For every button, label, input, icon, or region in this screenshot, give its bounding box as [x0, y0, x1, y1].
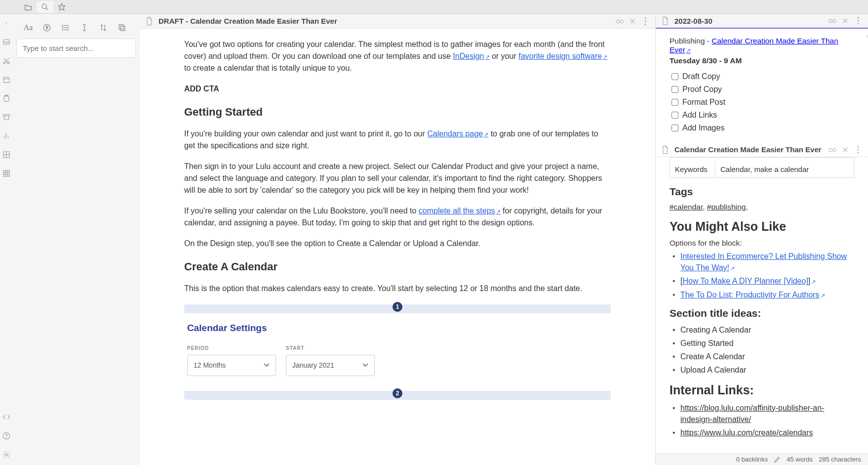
indesign-link[interactable]: InDesign — [453, 52, 489, 60]
svg-point-57 — [858, 152, 859, 153]
gs-paragraph-4: On the Design step, you'll see the optio… — [184, 238, 611, 250]
svg-point-0 — [42, 4, 46, 8]
search-tab-icon[interactable] — [37, 1, 53, 13]
archive-icon[interactable] — [2, 113, 11, 122]
checklist: Draft CopyProof CopyFormat PostAdd Links… — [670, 70, 854, 134]
inbox-icon[interactable] — [2, 38, 11, 46]
gs-paragraph-3: If you're selling your calendar on the L… — [184, 205, 611, 229]
publish-date: Tuesday 8/30 - 9 AM — [670, 56, 854, 65]
calendar-rail-icon[interactable] — [2, 75, 11, 84]
svg-point-50 — [858, 23, 859, 25]
right-bottom-header: Calendar Creation Made Easier Than Ever — [656, 142, 868, 157]
checkbox-icon[interactable] — [671, 86, 678, 93]
collapse-right-icon[interactable] — [865, 34, 868, 40]
checklist-item[interactable]: Add Links — [671, 109, 854, 122]
checkbox-icon[interactable] — [671, 99, 678, 106]
help-icon[interactable] — [2, 431, 11, 440]
create-paragraph-1: This is the option that makes calendars … — [184, 283, 611, 295]
checklist-item[interactable]: Proof Copy — [671, 83, 854, 96]
cut-icon[interactable] — [2, 56, 11, 65]
more-icon[interactable] — [641, 17, 649, 25]
close-icon[interactable] — [841, 17, 849, 25]
copy-icon[interactable] — [117, 23, 127, 33]
icon-rail — [0, 14, 12, 465]
font-icon[interactable]: Aa — [23, 23, 33, 33]
keywords-label: Keywords — [670, 161, 715, 177]
top-tab-bar — [0, 0, 868, 14]
section-ideas-heading: Section title ideas: — [670, 307, 854, 319]
also-link[interactable]: Interested In Ecommerce? Let Publishing … — [680, 252, 847, 272]
checklist-item[interactable]: Format Post — [671, 96, 854, 109]
svg-point-25 — [6, 438, 6, 438]
gs-paragraph-1: If you're building your own calendar and… — [184, 128, 611, 152]
svg-point-49 — [858, 20, 859, 22]
close-icon[interactable] — [841, 146, 849, 154]
close-icon[interactable] — [629, 17, 636, 25]
backlinks-count[interactable]: 0 backlinks — [736, 456, 768, 463]
design-software-link[interactable]: favorite design software — [518, 52, 607, 60]
case-help-icon[interactable]: ? — [42, 23, 52, 33]
code-icon[interactable] — [2, 413, 11, 422]
layout-icon[interactable] — [2, 150, 11, 159]
list-item: Getting Started — [672, 338, 854, 349]
text-cursor-icon[interactable] — [79, 23, 89, 33]
sort-icon[interactable] — [98, 23, 108, 33]
list-icon[interactable] — [61, 23, 71, 33]
checkbox-icon[interactable] — [671, 125, 678, 131]
glasses-icon[interactable] — [829, 17, 836, 25]
right-top-body[interactable]: Publishing - Calendar Creation Made Easi… — [656, 29, 868, 142]
also-link[interactable]: How To Make A DIY Planner [Video] — [682, 277, 808, 285]
glasses-icon[interactable] — [616, 17, 624, 25]
chart-icon[interactable] — [2, 131, 11, 140]
calendar-settings-title: Calendar Settings — [187, 321, 611, 336]
tag-publishing[interactable]: #publishing — [707, 203, 746, 211]
edit-icon[interactable] — [774, 456, 781, 463]
options-label: Options for the block: — [670, 239, 854, 248]
clipboard-icon[interactable] — [2, 94, 11, 103]
char-count: 285 characters — [819, 456, 861, 463]
left-pane-body[interactable]: You've got two options for creating your… — [140, 29, 655, 465]
svg-rect-12 — [3, 115, 9, 116]
complete-steps-link[interactable]: complete all the steps — [419, 207, 501, 215]
getting-started-heading: Getting Started — [184, 104, 611, 120]
svg-point-48 — [858, 17, 859, 19]
folder-tab-icon[interactable] — [20, 1, 37, 13]
table-icon[interactable] — [2, 169, 11, 178]
svg-point-51 — [829, 148, 832, 152]
also-like-list: Interested In Ecommerce? Let Publishing … — [672, 251, 854, 300]
checklist-item[interactable]: Draft Copy — [671, 70, 854, 83]
document-icon — [662, 145, 670, 155]
glasses-icon[interactable] — [829, 146, 836, 154]
svg-point-56 — [858, 149, 859, 150]
svg-rect-19 — [3, 170, 9, 176]
more-icon[interactable] — [854, 146, 862, 154]
right-bottom-title: Calendar Creation Made Easier Than Ever — [674, 145, 829, 154]
calendars-page-link[interactable]: Calendars page — [427, 129, 488, 138]
gs-paragraph-2: Then sign in to your Lulu account and cr… — [184, 161, 611, 196]
star-tab-icon[interactable] — [53, 1, 70, 13]
svg-rect-36 — [120, 26, 125, 31]
svg-text:?: ? — [45, 25, 48, 30]
right-panes: 2022-08-30 Publishing - Calendar Creatio… — [656, 14, 868, 465]
checkbox-icon[interactable] — [671, 73, 678, 80]
internal-link[interactable]: https://blog.lulu.com/affinity-publisher… — [680, 404, 824, 423]
back-icon[interactable] — [2, 19, 11, 28]
checkbox-icon[interactable] — [671, 112, 678, 119]
list-item: Interested In Ecommerce? Let Publishing … — [672, 251, 854, 273]
search-input[interactable] — [16, 39, 136, 58]
more-icon[interactable] — [854, 17, 862, 25]
tag-calendar[interactable]: #calendar — [670, 203, 703, 211]
right-bottom-body[interactable]: Keywords Calendar, make a calendar Tags … — [656, 157, 868, 453]
settings-icon[interactable] — [2, 450, 11, 459]
list-item: [How To Make A DIY Planner [Video]] — [672, 275, 854, 287]
svg-point-44 — [829, 19, 832, 23]
start-select[interactable]: January 2021 — [286, 355, 375, 376]
period-label: PERIOD — [187, 344, 276, 352]
also-link[interactable]: The To Do List: Productivity For Authors — [680, 291, 820, 299]
internal-link[interactable]: https://www.lulu.com/create/calendars — [680, 428, 813, 437]
publishing-line: Publishing - Calendar Creation Made Easi… — [670, 37, 854, 54]
period-select[interactable]: 12 Months — [187, 355, 276, 376]
list-item: Upload A Calendar — [672, 364, 854, 376]
checklist-item[interactable]: Add Images — [671, 122, 854, 134]
calendar-settings-embed: 1 Calendar Settings PERIOD 12 Months STA… — [184, 304, 611, 400]
